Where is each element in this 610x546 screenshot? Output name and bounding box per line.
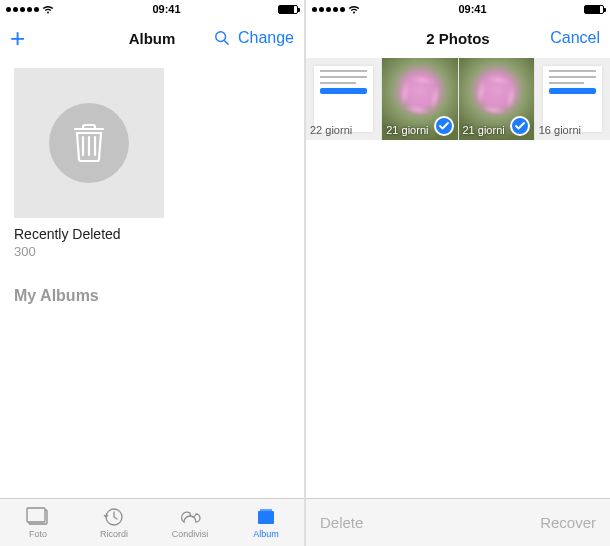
signal-strength-icon — [6, 4, 55, 14]
selected-checkmark-icon — [434, 116, 454, 136]
navbar-title: Album — [90, 30, 214, 47]
svg-rect-5 — [258, 511, 274, 524]
status-time: 09:41 — [458, 3, 486, 15]
status-time: 09:41 — [152, 3, 180, 15]
tab-label: Ricordi — [100, 529, 128, 539]
my-albums-header: My Albums — [14, 287, 304, 305]
tab-bar: Foto Ricordi Condivisi Album — [0, 498, 304, 546]
delete-button[interactable]: Delete — [320, 514, 363, 531]
album-name: Recently Deleted — [14, 226, 304, 242]
svg-point-0 — [216, 32, 226, 42]
svg-rect-3 — [27, 508, 45, 522]
days-remaining-label: 22 giorni — [310, 124, 352, 136]
photo-thumbnail[interactable]: 21 giorni — [458, 58, 534, 140]
status-bar: 09:41 — [0, 0, 304, 18]
cancel-button[interactable]: Cancel — [550, 29, 600, 47]
wifi-icon — [347, 4, 361, 14]
tab-condivisi[interactable]: Condivisi — [152, 499, 228, 546]
albums-list: Recently Deleted 300 My Albums — [0, 58, 304, 498]
add-album-button[interactable]: + — [10, 25, 25, 51]
status-bar: 09:41 — [306, 0, 610, 18]
trash-icon — [49, 103, 129, 183]
svg-line-1 — [225, 41, 229, 45]
days-remaining-label: 21 giorni — [386, 124, 428, 136]
select-navbar: 2 Photos Cancel — [306, 18, 610, 58]
photo-thumbnail[interactable]: 22 giorni — [306, 58, 381, 140]
signal-strength-icon — [312, 4, 361, 14]
recently-deleted-screen: 09:41 2 Photos Cancel 22 giorni21 giorni… — [306, 0, 610, 546]
albums-screen: 09:41 + Album Change Recently Deleted 30… — [0, 0, 304, 546]
battery-icon — [584, 5, 604, 14]
svg-rect-6 — [260, 509, 272, 511]
wifi-icon — [41, 4, 55, 14]
tab-label: Condivisi — [172, 529, 209, 539]
albums-navbar: + Album Change — [0, 18, 304, 58]
photo-thumbnail[interactable]: 21 giorni — [381, 58, 457, 140]
days-remaining-label: 16 giorni — [539, 124, 581, 136]
album-recently-deleted[interactable] — [14, 68, 164, 218]
deleted-photos-grid: 22 giorni21 giorni21 giorni16 giorni — [306, 58, 610, 498]
tab-label: Album — [253, 529, 279, 539]
recover-button[interactable]: Recover — [540, 514, 596, 531]
search-icon[interactable] — [214, 29, 230, 47]
edit-button[interactable]: Change — [238, 29, 294, 47]
tab-album[interactable]: Album — [228, 499, 304, 546]
photo-thumbnail[interactable]: 16 giorni — [534, 58, 610, 140]
tab-label: Foto — [29, 529, 47, 539]
tab-ricordi[interactable]: Ricordi — [76, 499, 152, 546]
selection-toolbar: Delete Recover — [306, 498, 610, 546]
album-count: 300 — [14, 244, 304, 259]
navbar-title: 2 Photos — [396, 30, 520, 47]
battery-icon — [278, 5, 298, 14]
selected-checkmark-icon — [510, 116, 530, 136]
days-remaining-label: 21 giorni — [463, 124, 505, 136]
tab-foto[interactable]: Foto — [0, 499, 76, 546]
